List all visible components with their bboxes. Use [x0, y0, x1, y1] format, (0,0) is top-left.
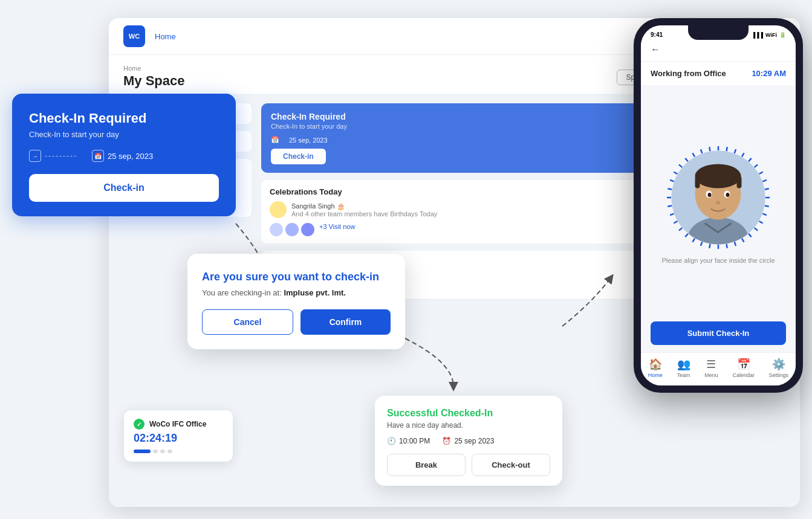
- svg-point-44: [708, 193, 712, 197]
- dots-indicator: [134, 450, 223, 453]
- svg-line-21: [693, 238, 695, 242]
- page-breadcrumb: Home: [123, 65, 185, 72]
- svg-rect-41: [737, 176, 742, 188]
- company-name: Impluse pvt. lmt.: [284, 288, 346, 297]
- success-time: 10:00 PM: [399, 437, 430, 445]
- svg-line-16: [735, 242, 736, 246]
- svg-line-32: [685, 158, 687, 161]
- svg-line-6: [759, 172, 763, 174]
- svg-point-46: [716, 201, 721, 204]
- menu-nav-icon: ☰: [706, 358, 716, 371]
- extra-avatar-1: [270, 223, 283, 236]
- svg-rect-40: [695, 176, 700, 188]
- dot-3: [167, 450, 172, 453]
- breadcrumb: Home: [155, 32, 176, 41]
- bg-date: 25 sep, 2023: [289, 137, 328, 144]
- confirm-button[interactable]: Confirm: [300, 309, 391, 335]
- svg-line-20: [701, 242, 702, 246]
- svg-line-33: [693, 153, 695, 156]
- success-btn-row: Break Check-out: [387, 454, 550, 476]
- checkin-date: 25 sep, 2023: [108, 152, 153, 161]
- svg-line-28: [667, 189, 672, 189]
- submit-checkin-button[interactable]: Submit Check-In: [651, 321, 786, 345]
- phone-bottom-nav: 🏠 Home 👥 Team ☰ Menu 📅 Calendar ⚙️: [641, 352, 796, 385]
- phone-nav-menu[interactable]: ☰ Menu: [704, 358, 718, 378]
- checkin-required-card: Check-In Required Check-In to start your…: [12, 94, 236, 216]
- settings-nav-icon: ⚙️: [772, 358, 785, 371]
- checkin-date-item: 📅 25 sep, 2023: [92, 150, 153, 162]
- svg-line-24: [674, 221, 677, 224]
- svg-line-11: [762, 213, 767, 214]
- celebrant-avatar: [270, 201, 287, 218]
- svg-line-25: [670, 213, 674, 214]
- exit-icon: →: [29, 150, 41, 162]
- phone-nav-team[interactable]: 👥 Team: [677, 358, 690, 378]
- svg-line-10: [765, 205, 769, 206]
- dot-1: [153, 450, 158, 453]
- signal-icon: ▐▐▐: [752, 32, 763, 38]
- svg-line-34: [701, 149, 702, 153]
- extra-avatar-2: [285, 223, 299, 236]
- confirm-dialog: Are you sure you want to check-in You ar…: [187, 254, 405, 349]
- svg-line-17: [727, 243, 727, 248]
- checkin-exit-icon-item: → ---------: [29, 150, 77, 162]
- status-time: 9:41: [651, 31, 663, 38]
- phone-nav-home[interactable]: 🏠 Home: [648, 358, 663, 378]
- status-icons: ▐▐▐ WiFi 🔋: [752, 32, 786, 38]
- woco-timer: 02:24:19: [134, 432, 223, 445]
- svg-line-14: [749, 233, 751, 236]
- svg-point-39: [695, 164, 741, 188]
- checkin-card-subtitle: Check-In to start your day: [29, 130, 219, 139]
- phone-notch: [688, 25, 749, 40]
- break-button[interactable]: Break: [387, 454, 466, 476]
- svg-line-35: [709, 147, 710, 151]
- checkin-button[interactable]: Check-in: [29, 174, 219, 202]
- align-text: Please align your face inside the circle: [661, 257, 775, 264]
- celebrant-info: Sangrila Singh 🎂 And 4 other team member…: [291, 202, 437, 218]
- svg-line-8: [765, 189, 769, 189]
- checkin-card-title: Check-In Required: [29, 111, 219, 126]
- app-logo: WC: [123, 25, 145, 47]
- phone-nav-settings[interactable]: ⚙️ Settings: [769, 358, 789, 378]
- extra-avatar-3: [301, 223, 314, 236]
- dot-active: [134, 450, 151, 453]
- clock-icon: 🕙: [387, 437, 396, 445]
- confirm-dialog-body: You are checking-in at: Impluse pvt. lmt…: [202, 288, 391, 297]
- svg-line-22: [685, 233, 687, 236]
- woco-location: WoCo IFC Office: [149, 420, 206, 428]
- svg-line-3: [742, 153, 744, 156]
- wifi-icon: WiFi: [765, 32, 777, 38]
- checkin-info-row: → --------- 📅 25 sep, 2023: [29, 150, 219, 162]
- mobile-phone: 9:41 ▐▐▐ WiFi 🔋 ← Working from Office 10…: [634, 18, 803, 393]
- svg-line-29: [670, 179, 674, 181]
- cancel-button[interactable]: Cancel: [202, 309, 293, 335]
- svg-line-15: [742, 238, 744, 242]
- top-nav: Home: [155, 32, 715, 41]
- face-capture-area: Please align your face inside the circle: [641, 85, 796, 321]
- svg-line-30: [674, 172, 677, 174]
- svg-line-23: [679, 228, 682, 230]
- success-checkedin-card: Successful Checked-In Have a nice day ah…: [375, 396, 562, 486]
- success-time-item: 🕙 10:00 PM: [387, 437, 430, 445]
- phone-working-header: Working from Office 10:29 AM: [641, 62, 796, 85]
- visit-now-link[interactable]: +3 Visit now: [319, 223, 355, 236]
- team-nav-icon: 👥: [677, 358, 690, 371]
- checkout-button[interactable]: Check-out: [472, 454, 550, 476]
- working-time: 10:29 AM: [752, 69, 786, 78]
- svg-line-2: [735, 149, 736, 153]
- phone-nav-calendar[interactable]: 📅 Calendar: [732, 358, 755, 378]
- phone-screen: 9:41 ▐▐▐ WiFi 🔋 ← Working from Office 10…: [641, 25, 796, 385]
- bg-checkin-btn[interactable]: Check-in: [271, 149, 326, 164]
- check-icon: ✓: [134, 419, 145, 430]
- confirm-btn-row: Cancel Confirm: [202, 309, 391, 335]
- svg-line-1: [727, 147, 727, 151]
- woco-row: ✓ WoCo IFC Office: [134, 419, 223, 430]
- battery-icon: 🔋: [779, 32, 786, 38]
- success-date: 25 sep 2023: [454, 437, 494, 445]
- success-subtitle: Have a nice day ahead.: [387, 421, 550, 430]
- calendar-icon: 📅: [92, 150, 104, 162]
- svg-line-7: [762, 179, 767, 181]
- back-button[interactable]: ←: [651, 44, 660, 55]
- dashes: ---------: [45, 152, 77, 160]
- confirm-dialog-title: Are you sure you want to check-in: [202, 271, 391, 283]
